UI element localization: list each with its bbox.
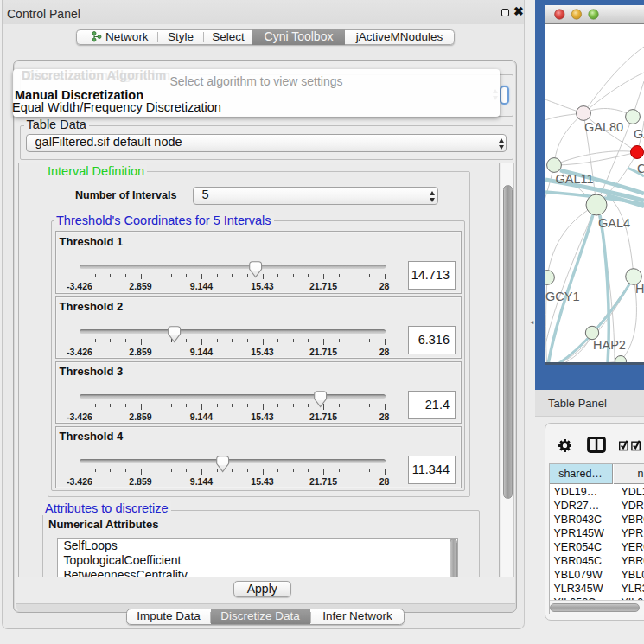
svg-text:GAL11: GAL11 — [556, 172, 594, 186]
svg-text:C: C — [637, 162, 644, 175]
svg-text:GAL80: GAL80 — [584, 120, 623, 134]
svg-text:GA: GA — [634, 127, 644, 141]
svg-text:H: H — [635, 282, 644, 296]
svg-text:HAP2: HAP2 — [593, 338, 626, 352]
svg-text:GCY1: GCY1 — [545, 290, 580, 303]
svg-text:GAL4: GAL4 — [598, 216, 630, 230]
